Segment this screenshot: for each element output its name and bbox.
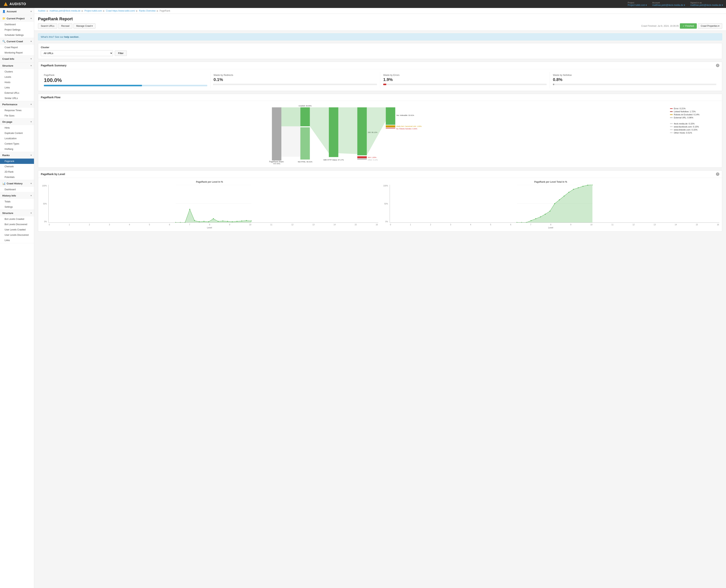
sidebar-item-totals[interactable]: Totals [0,199,34,204]
manage-crawl-button[interactable]: Manage Crawl ▾ [74,23,96,29]
legend-item: www.facebook.com: 0.15% [670,126,719,128]
sidebar-item-2d-rank[interactable]: 2D-Rank [0,169,34,174]
sidebar-item-bot-levels-crawled[interactable]: Bot Levels Crawled [0,216,34,222]
project-link[interactable]: Project tutkit.com ▾ [628,4,647,6]
sidebar-item-external-urls[interactable]: External URLs [0,90,34,96]
sidebar-item-cheirank[interactable]: Cheirank [0,164,34,169]
legend-color [670,127,673,127]
account-link[interactable]: matthias.petri@4eck-media.de ▾ [652,4,685,6]
sidebar-header-current-project[interactable]: 📁Current Project ▾ [0,15,34,22]
cluster-card-body: Cluster All URLs Filter [38,43,722,59]
legend-color [670,108,673,109]
sidebar-item-history-dashboard[interactable]: Dashboard [0,187,34,192]
sidebar-item-hreflang[interactable]: Hreflang [0,146,34,152]
sidebar-item-content-types[interactable]: Content Types [0,141,34,146]
sidebar-item-hosts[interactable]: Hosts [0,80,34,85]
sidebar-header-account[interactable]: 👤Account ▾ [0,8,34,15]
search-urls-button[interactable]: Search URLs [38,23,57,29]
sidebar-header-on-page[interactable]: On-page ▾ [0,119,34,125]
chevron-icon-ranks: ▾ [31,154,32,156]
sidebar-item-duplicate-content[interactable]: Duplicate Content [0,130,34,136]
sidebar-header-ranks[interactable]: Ranks ▾ [0,152,34,159]
crawl-properties-button[interactable]: Crawl Properties ▾ [698,23,722,29]
legend-color [670,124,673,124]
sidebar-item-hints[interactable]: Hints [0,125,34,130]
chart2-title: PageRank per Level Total In % [382,181,720,183]
sidebar-item-monitoring-report[interactable]: Monitoring Report [0,50,34,56]
chart-dot [583,186,583,187]
sidebar-item-links[interactable]: Links [0,85,34,90]
legend-items-1: Error: 0.21%Linked Nofollow: 1.72%Robots… [670,107,719,119]
legend-color [670,111,673,112]
sidebar-section-on-page: On-page ▾ Hints Duplicate Content Locali… [0,119,34,152]
person-icon: 👤 [2,10,5,13]
summary-help-icon[interactable]: ? [716,64,719,67]
pagerank-flow-header: PageRank Flow [38,94,722,101]
svg-rect-12 [357,156,367,158]
chart-dot [218,221,219,222]
sidebar-item-crawl-report[interactable]: Crawl Report [0,45,34,50]
flow-legend-2: 4eck-media.de: 0.15%www.facebook.com: 0.… [670,123,719,134]
sidebar-header-crawl-info[interactable]: Crawl Info ▾ [0,56,34,62]
sidebar-item-scheduler-settings[interactable]: Scheduler Settings [0,33,34,38]
help-section-link[interactable]: help section [64,36,79,38]
sidebar-item-similar-urls[interactable]: Similar URLs [0,96,34,101]
sidebar-item-history-links[interactable]: Links [0,238,34,243]
sidebar-header-performance[interactable]: Performance ▾ [0,101,34,108]
sidebar-item-user-levels-discovered[interactable]: User Levels Discovered [0,232,34,238]
filter-button[interactable]: Filter [115,50,127,56]
sidebar-item-dashboard[interactable]: Dashboard [0,22,34,27]
chevron-icon-performance: ▾ [31,103,32,106]
chart-dot [549,211,550,212]
recrawl-button[interactable]: Recrawl [58,23,72,29]
sidebar-section-crawl-info: Crawl Info ▾ [0,56,34,62]
svg-rect-14 [357,159,367,160]
breadcrumb-ranks-overview[interactable]: Ranks Overview [139,9,156,12]
sidebar-header-crawl-history[interactable]: 📊Crawl History ▾ [0,180,34,187]
breadcrumb-project[interactable]: Project tutkit.com [84,9,102,12]
chart2-x-ticks: 012345678910111213141516 [390,224,720,226]
signed-in-link[interactable]: matthias.petri@4eck-media.de ▾ [690,4,723,6]
sidebar-item-file-sizes[interactable]: File Sizes [0,113,34,118]
sidebar-item-clusters[interactable]: Clusters [0,69,34,75]
logo[interactable]: AUDISTO [3,1,26,7]
chart1-svg [48,185,378,223]
sidebar-item-levels[interactable]: Levels [0,75,34,80]
sidebar-item-localization[interactable]: Localization [0,136,34,141]
chart-dot [540,216,541,217]
sidebar-item-potentials[interactable]: Potentials [0,174,34,180]
flow-main: PageRank Share: 100.00% Crawled: 36.65% … [41,104,666,165]
sidebar-item-settings[interactable]: Settings [0,204,34,210]
sidebar-item-user-levels-crawled[interactable]: User Levels Crawled [0,227,34,232]
chart1-x-ticks: 012345678910111213141516 [48,224,378,226]
sidebar-item-project-settings[interactable]: Project Settings [0,27,34,33]
sidebar-header-history-structure[interactable]: Structure ▾ [0,210,34,216]
breadcrumb-crawl[interactable]: Crawl https://www.tutkit.com/ [106,9,135,12]
level-help-icon[interactable]: ? [716,172,719,176]
finished-button[interactable]: ✓ Finished [680,23,697,29]
chart-dot [199,222,200,222]
chart2-x-label: Level [382,227,720,229]
sidebar-item-pagerank[interactable]: Pagerank [0,159,34,164]
chart-dot [545,214,546,215]
cluster-select[interactable]: All URLs [41,50,113,56]
breadcrumb-audisto[interactable]: Audisto [38,9,45,12]
chart-dot [213,218,214,219]
chart2-svg [390,185,720,223]
breadcrumb-account[interactable]: matthias.petri@4eck-media.de [49,9,80,12]
sidebar-header-history-info[interactable]: History Info ▾ [0,192,34,199]
sidebar-item-bot-levels-discovered[interactable]: Bot Levels Discovered [0,222,34,227]
sidebar-section-performance: Performance ▾ Response Times File Sizes [0,101,34,119]
sidebar-header-structure[interactable]: Structure ▾ [0,62,34,69]
svg-rect-20 [386,128,395,128]
cluster-card: Cluster All URLs Filter [38,43,722,59]
pr-summary-item-3: Waste by Nofollow 0.8% [550,72,719,88]
sidebar-section-history-info: History Info ▾ Totals Settings [0,192,34,210]
pagerank-flow-card: PageRank Flow PageRank Share: 100.00% [38,94,722,168]
sidebar-section-current-crawl: 🔍Current Crawl ▾ Crawl Report Monitoring… [0,38,34,56]
chart-dot [189,209,190,210]
svg-text:Other: 0.13%: Other: 0.13% [368,159,378,161]
sidebar-item-response-times[interactable]: Response Times [0,108,34,113]
sidebar-section-crawl-history: 📊Crawl History ▾ Dashboard [0,180,34,192]
sidebar-header-current-crawl[interactable]: 🔍Current Crawl ▾ [0,38,34,45]
